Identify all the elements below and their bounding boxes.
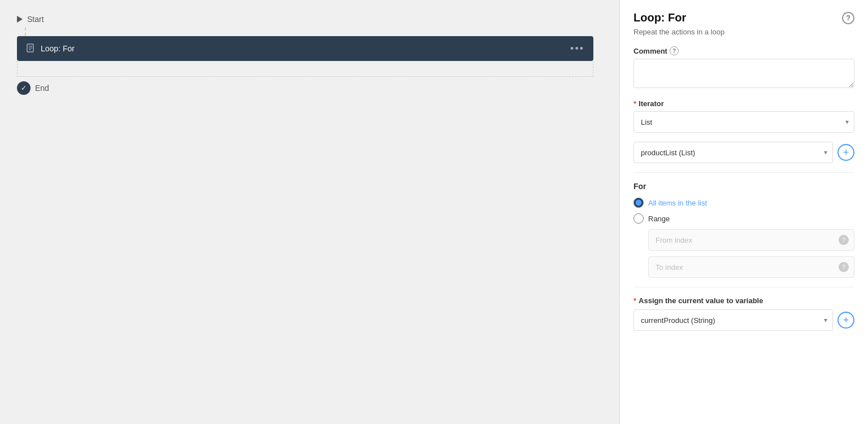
comment-group: Comment ? — [633, 46, 854, 90]
divider-2 — [633, 287, 854, 287]
comment-label: Comment ? — [633, 46, 854, 55]
product-list-select-wrapper: productList (List) ▾ — [633, 142, 833, 163]
iterator-group: * Iterator List Number Object ▾ — [633, 99, 854, 133]
loop-document-icon — [26, 43, 35, 54]
from-index-input[interactable] — [648, 229, 854, 251]
iterator-select[interactable]: List Number Object — [633, 111, 854, 133]
canvas-area: Start Loop: For ••• — [0, 0, 619, 424]
assign-label: * Assign the current value to variable — [633, 296, 854, 305]
loop-inner-area — [17, 61, 593, 77]
loop-block-left: Loop: For — [26, 43, 75, 54]
to-index-help-icon[interactable]: ? — [839, 262, 849, 272]
start-node[interactable]: Start — [17, 11, 602, 27]
start-arrow-icon — [17, 16, 23, 23]
iterator-label: * Iterator — [633, 99, 854, 108]
radio-all-items-input[interactable] — [633, 198, 644, 208]
product-list-add-button[interactable]: + — [837, 144, 854, 161]
radio-group: All items in the list Range ? ? — [633, 198, 854, 278]
panel-help-icon[interactable]: ? — [842, 12, 854, 24]
loop-block[interactable]: Loop: For ••• — [17, 36, 593, 61]
from-index-help-icon[interactable]: ? — [839, 235, 849, 245]
panel-title: Loop: For — [633, 11, 686, 24]
to-index-input[interactable] — [648, 256, 854, 278]
divider-1 — [633, 172, 854, 173]
from-index-wrapper: ? — [648, 229, 854, 251]
comment-help-icon[interactable]: ? — [670, 46, 679, 55]
panel-subtitle: Repeat the actions in a loop — [633, 28, 854, 36]
assign-add-button[interactable]: + — [837, 312, 854, 329]
right-panel: Loop: For ? Repeat the actions in a loop… — [619, 0, 868, 424]
panel-header: Loop: For ? — [633, 11, 854, 24]
iterator-required-star: * — [633, 99, 636, 108]
iterator-select-wrapper: List Number Object ▾ — [633, 111, 854, 133]
radio-range-input[interactable] — [633, 213, 644, 224]
end-circle-icon: ✓ — [17, 81, 31, 95]
loop-more-button[interactable]: ••• — [570, 43, 584, 55]
assign-group: * Assign the current value to variable c… — [633, 296, 854, 331]
connector-top — [25, 27, 26, 36]
radio-all-items[interactable]: All items in the list — [633, 198, 854, 208]
product-list-select[interactable]: productList (List) — [633, 142, 833, 163]
for-group: For All items in the list Range ? ? — [633, 182, 854, 278]
assign-select[interactable]: currentProduct (String) — [633, 309, 833, 331]
loop-block-title: Loop: For — [41, 44, 75, 53]
radio-range[interactable]: Range — [633, 213, 854, 224]
product-list-group: productList (List) ▾ + — [633, 142, 854, 163]
assign-select-wrapper: currentProduct (String) ▾ — [633, 309, 833, 331]
radio-range-label: Range — [648, 215, 670, 223]
start-label: Start — [27, 15, 44, 24]
assign-select-group: currentProduct (String) ▾ + — [633, 309, 854, 331]
for-section-label: For — [633, 182, 854, 191]
end-label: End — [35, 84, 49, 93]
end-node[interactable]: ✓ End — [17, 81, 602, 95]
to-index-wrapper: ? — [648, 256, 854, 278]
comment-textarea[interactable] — [633, 59, 854, 88]
range-inputs: ? ? — [648, 229, 854, 278]
radio-all-items-label: All items in the list — [648, 199, 707, 207]
assign-required-star: * — [633, 296, 636, 305]
